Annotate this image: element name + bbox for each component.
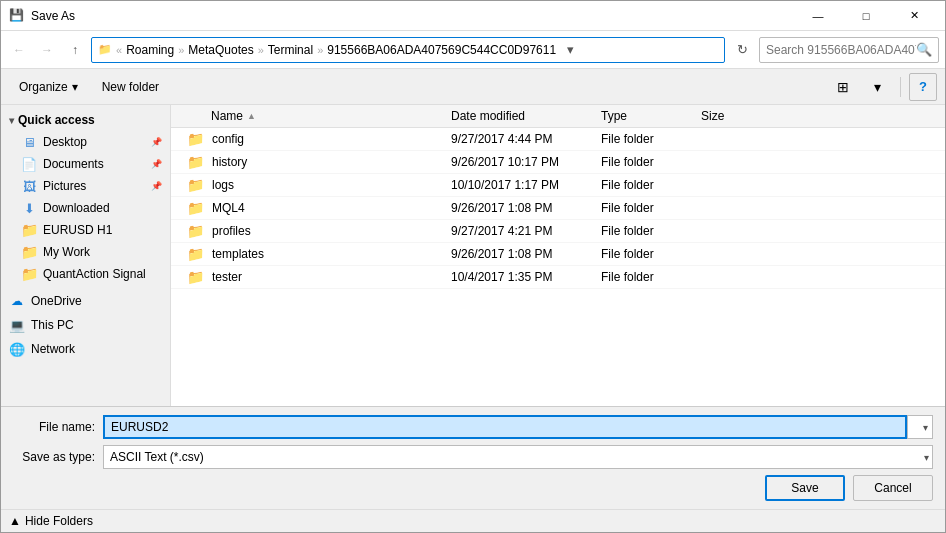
- sidebar-item-label-pictures: Pictures: [43, 179, 86, 193]
- desktop-icon: 🖥: [21, 134, 37, 150]
- desktop-pin-icon: 📌: [151, 137, 162, 147]
- crumb-terminal: Terminal: [268, 43, 313, 57]
- view-dropdown-button[interactable]: ▾: [862, 73, 892, 101]
- sidebar-item-eurusd[interactable]: 📁 EURUSD H1: [1, 219, 170, 241]
- sidebar-item-label-mywork: My Work: [43, 245, 90, 259]
- crumb-metaquotes: MetaQuotes: [188, 43, 253, 57]
- file-name: history: [212, 155, 247, 169]
- folder-icon: 📁: [187, 177, 204, 193]
- view-button[interactable]: ⊞: [828, 73, 858, 101]
- bottom-actions: Save Cancel: [13, 475, 933, 501]
- folder-icon: 📁: [187, 154, 204, 170]
- eurusd-folder-icon: 📁: [21, 222, 37, 238]
- sidebar-item-label-desktop: Desktop: [43, 135, 87, 149]
- main-area: ▾ Quick access 🖥 Desktop 📌 📄 Documents 📌…: [1, 105, 945, 406]
- file-date: 9/26/2017 1:08 PM: [451, 201, 601, 215]
- file-date: 9/26/2017 1:08 PM: [451, 247, 601, 261]
- help-button[interactable]: ?: [909, 73, 937, 101]
- save-button[interactable]: Save: [765, 475, 845, 501]
- file-type: File folder: [601, 270, 701, 284]
- address-dropdown-button[interactable]: ▾: [560, 37, 580, 63]
- quick-access-label: Quick access: [18, 113, 95, 127]
- file-date: 10/4/2017 1:35 PM: [451, 270, 601, 284]
- quick-access-chevron: ▾: [9, 115, 14, 126]
- search-input[interactable]: [766, 43, 916, 57]
- search-button[interactable]: 🔍: [916, 39, 932, 61]
- file-name: logs: [212, 178, 234, 192]
- hide-folders-label: Hide Folders: [25, 514, 93, 528]
- crumb-roaming: Roaming: [126, 43, 174, 57]
- sidebar-item-thispc[interactable]: 💻 This PC: [1, 313, 170, 337]
- hide-folders-chevron-icon: ▲: [9, 514, 21, 528]
- network-label: Network: [31, 342, 75, 356]
- title-bar: 💾 Save As — □ ✕: [1, 1, 945, 31]
- folder-icon: 📁: [187, 269, 204, 285]
- sidebar-item-onedrive[interactable]: ☁ OneDrive: [1, 289, 170, 313]
- savetype-select-wrapper: ASCII Text (*.csv) CSV (*.csv) Text (*.t…: [103, 445, 933, 469]
- savetype-row: Save as type: ASCII Text (*.csv) CSV (*.…: [13, 445, 933, 469]
- file-date: 9/27/2017 4:44 PM: [451, 132, 601, 146]
- table-row[interactable]: 📁 tester 10/4/2017 1:35 PM File folder: [171, 266, 945, 289]
- file-name: MQL4: [212, 201, 245, 215]
- file-list-header: Name ▲ Date modified Type Size: [171, 105, 945, 128]
- sidebar-item-label-documents: Documents: [43, 157, 104, 171]
- sidebar-item-network[interactable]: 🌐 Network: [1, 337, 170, 361]
- sidebar-item-downloaded[interactable]: ⬇ Downloaded: [1, 197, 170, 219]
- table-row[interactable]: 📁 logs 10/10/2017 1:17 PM File folder: [171, 174, 945, 197]
- save-as-dialog: 💾 Save As — □ ✕ ← → ↑ 📁 « Roaming » Meta…: [0, 0, 946, 533]
- sidebar-item-desktop[interactable]: 🖥 Desktop 📌: [1, 131, 170, 153]
- filename-input[interactable]: [103, 415, 907, 439]
- file-name: tester: [212, 270, 242, 284]
- organize-button[interactable]: Organize ▾: [9, 73, 88, 101]
- up-button[interactable]: ↑: [63, 38, 87, 62]
- sort-arrow: ▲: [247, 111, 256, 121]
- quantaction-folder-icon: 📁: [21, 266, 37, 282]
- cancel-button[interactable]: Cancel: [853, 475, 933, 501]
- col-header-type[interactable]: Type: [601, 109, 701, 123]
- file-name: templates: [212, 247, 264, 261]
- network-icon: 🌐: [9, 341, 25, 357]
- table-row[interactable]: 📁 MQL4 9/26/2017 1:08 PM File folder: [171, 197, 945, 220]
- col-header-name[interactable]: Name ▲: [171, 109, 451, 123]
- col-header-date[interactable]: Date modified: [451, 109, 601, 123]
- folder-icon: 📁: [187, 200, 204, 216]
- toolbar-divider: [900, 77, 901, 97]
- filename-dropdown-button[interactable]: ▾: [907, 415, 933, 439]
- savetype-select[interactable]: ASCII Text (*.csv) CSV (*.csv) Text (*.t…: [103, 445, 933, 469]
- table-row[interactable]: 📁 profiles 9/27/2017 4:21 PM File folder: [171, 220, 945, 243]
- back-button[interactable]: ←: [7, 38, 31, 62]
- minimize-button[interactable]: —: [795, 1, 841, 31]
- file-type: File folder: [601, 201, 701, 215]
- new-folder-label: New folder: [102, 80, 159, 94]
- thispc-icon: 💻: [9, 317, 25, 333]
- organize-label: Organize: [19, 80, 68, 94]
- table-row[interactable]: 📁 config 9/27/2017 4:44 PM File folder: [171, 128, 945, 151]
- address-path[interactable]: 📁 « Roaming » MetaQuotes » Terminal » 91…: [91, 37, 725, 63]
- col-header-size[interactable]: Size: [701, 109, 781, 123]
- sidebar-item-documents[interactable]: 📄 Documents 📌: [1, 153, 170, 175]
- toolbar: Organize ▾ New folder ⊞ ▾ ?: [1, 69, 945, 105]
- sidebar-item-label-quantaction: QuantAction Signal: [43, 267, 146, 281]
- new-folder-button[interactable]: New folder: [92, 73, 169, 101]
- path-folder-icon: 📁: [98, 43, 112, 56]
- sidebar-section-quick-access[interactable]: ▾ Quick access: [1, 109, 170, 131]
- maximize-button[interactable]: □: [843, 1, 889, 31]
- mywork-folder-icon: 📁: [21, 244, 37, 260]
- refresh-button[interactable]: ↻: [729, 37, 755, 63]
- documents-icon: 📄: [21, 156, 37, 172]
- hide-folders-bar[interactable]: ▲ Hide Folders: [1, 509, 945, 532]
- file-date: 10/10/2017 1:17 PM: [451, 178, 601, 192]
- file-name: config: [212, 132, 244, 146]
- sidebar-item-quantaction[interactable]: 📁 QuantAction Signal: [1, 263, 170, 285]
- file-date: 9/26/2017 10:17 PM: [451, 155, 601, 169]
- file-type: File folder: [601, 178, 701, 192]
- table-row[interactable]: 📁 templates 9/26/2017 1:08 PM File folde…: [171, 243, 945, 266]
- forward-button[interactable]: →: [35, 38, 59, 62]
- folder-icon: 📁: [187, 131, 204, 147]
- address-bar: ← → ↑ 📁 « Roaming » MetaQuotes » Termina…: [1, 31, 945, 69]
- table-row[interactable]: 📁 history 9/26/2017 10:17 PM File folder: [171, 151, 945, 174]
- sidebar-item-pictures[interactable]: 🖼 Pictures 📌: [1, 175, 170, 197]
- sidebar-item-mywork[interactable]: 📁 My Work: [1, 241, 170, 263]
- close-button[interactable]: ✕: [891, 1, 937, 31]
- window-title: Save As: [31, 9, 795, 23]
